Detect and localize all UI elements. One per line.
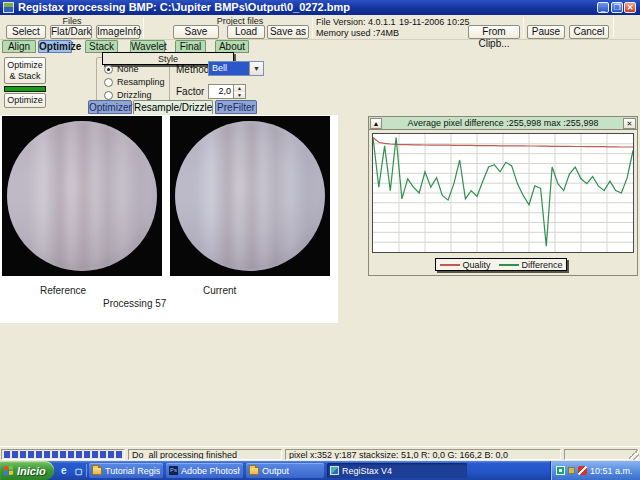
registax-icon — [330, 466, 339, 475]
tray-red-icon[interactable] — [578, 466, 587, 475]
tray-green-icon[interactable] — [556, 466, 565, 475]
start-button[interactable]: Inicio — [0, 461, 54, 480]
task-photoshop[interactable]: Ps Adobe Photoshop CS3 — [166, 463, 243, 478]
show-desktop-icon[interactable]: ▢ — [75, 467, 83, 476]
status-bar: Do_all processing finished pixel x:352 y… — [0, 446, 640, 461]
radio-resampling[interactable]: Resampling — [104, 77, 165, 87]
difference-chart-panel: ▲ Average pixel difference :255,998 max … — [368, 116, 638, 276]
difference-legend-line — [499, 264, 519, 266]
chart-title: Average pixel difference :255,998 max :2… — [369, 118, 637, 128]
windows-flag-icon — [4, 465, 14, 475]
difference-chart — [373, 134, 633, 252]
progress-bar — [1, 449, 125, 460]
radio-icon — [104, 78, 113, 87]
taskbar-clock[interactable]: 10:51 a.m. — [590, 466, 633, 476]
chart-plot-area — [372, 133, 634, 253]
chart-legend: Quality Difference — [435, 258, 567, 271]
method-combobox[interactable]: Bell ▼ — [208, 61, 264, 76]
title-bar[interactable]: Registax processing BMP: C:\Jupiter BMPs… — [0, 0, 640, 15]
quality-legend-line — [440, 264, 460, 266]
preview-panel: Reference Current Processing 57 — [0, 115, 338, 323]
spinner-arrows-icon[interactable]: ▲▼ — [233, 85, 245, 98]
folder-icon — [92, 467, 102, 475]
subtab-prefilter[interactable]: PreFilter — [215, 100, 257, 114]
cancel-button[interactable]: Cancel — [569, 25, 609, 39]
difference-legend-label: Difference — [522, 260, 563, 270]
file-version-text: File Version: 4.0.1.1 — [316, 17, 396, 27]
main-tab-bar: Align Optimize Stack Wavelet Final About — [0, 40, 640, 54]
factor-spinner[interactable]: 2,0 ▲▼ — [208, 84, 246, 99]
memory-used-text: Memory used :74MB — [316, 28, 399, 38]
subtab-resample-drizzle[interactable]: Resample/Drizzle — [133, 100, 213, 114]
workspace: Reference Current Processing 57 ▲ Averag… — [0, 115, 640, 446]
toolbar-separator — [312, 17, 313, 38]
task-tutorial-registax[interactable]: Tutorial Registax: 4 — [89, 463, 163, 478]
processing-status: Processing 57 — [103, 298, 166, 309]
taskbar-divider — [86, 464, 87, 477]
save-as-button[interactable]: Save as — [267, 25, 309, 39]
status-message: Do_all processing finished — [128, 449, 282, 460]
imageinfo-button[interactable]: ImageInfo — [96, 25, 140, 39]
optimize-stack-button[interactable]: Optimize & Stack — [4, 57, 46, 84]
system-tray: 10:51 a.m. — [550, 461, 640, 480]
tray-small-icon[interactable] — [568, 467, 575, 474]
quality-legend-label: Quality — [463, 260, 491, 270]
method-label: Method — [176, 64, 209, 75]
reference-image — [2, 116, 162, 276]
radio-icon — [104, 65, 113, 74]
chart-close-icon[interactable]: ✕ — [623, 118, 636, 129]
factor-value[interactable]: 2,0 — [209, 85, 233, 98]
optimize-progress-bar — [4, 86, 46, 92]
close-button[interactable]: ✕ — [624, 2, 636, 13]
toolbar-separator — [523, 17, 524, 38]
method-selected-value: Bell — [209, 62, 249, 75]
toolbar-separator — [143, 17, 144, 38]
select-button[interactable]: Select — [6, 25, 46, 39]
pixel-info: pixel x:352 y:187 stacksize: 51,0 R: 0,0… — [285, 449, 561, 460]
folder-icon — [249, 467, 259, 475]
window-title: Registax processing BMP: C:\Jupiter BMPs… — [18, 1, 350, 13]
current-label: Current — [203, 285, 236, 296]
tab-optimize[interactable]: Optimize — [38, 40, 72, 53]
registax-window: Registax processing BMP: C:\Jupiter BMPs… — [0, 0, 640, 480]
jupiter-current — [175, 121, 325, 271]
radio-none[interactable]: None — [104, 64, 139, 74]
toolbar-separator — [613, 17, 614, 38]
task-registax[interactable]: RegiStax V4 — [327, 463, 467, 478]
task-output[interactable]: Output — [246, 463, 324, 478]
current-image — [170, 116, 330, 276]
restore-button[interactable]: ❐ — [611, 2, 623, 13]
internet-explorer-icon[interactable]: e — [61, 465, 67, 476]
file-date-text: 19-11-2006 10:25 — [399, 17, 469, 27]
photoshop-icon: Ps — [169, 466, 178, 475]
reference-label: Reference — [40, 285, 86, 296]
save-button[interactable]: Save — [173, 25, 219, 39]
pause-button[interactable]: Pause — [527, 25, 565, 39]
radio-icon — [104, 91, 113, 100]
status-empty-cell — [564, 449, 638, 460]
style-groupbox: Style None Resampling Drizzling — [96, 57, 170, 105]
app-icon — [3, 2, 14, 13]
combo-dropdown-icon[interactable]: ▼ — [249, 62, 263, 75]
chart-header: ▲ Average pixel difference :255,998 max … — [369, 117, 637, 130]
subtab-optimizer[interactable]: Optimizer — [88, 100, 132, 114]
optimize-button[interactable]: Optimize — [4, 93, 46, 108]
load-button[interactable]: Load — [227, 25, 265, 39]
taskbar: Inicio e ▢ Tutorial Registax: 4 Ps Adobe… — [0, 461, 640, 480]
radio-drizzling[interactable]: Drizzling — [104, 90, 152, 100]
tab-align[interactable]: Align — [2, 40, 36, 53]
factor-label: Factor — [176, 86, 204, 97]
toolbar: Files Project files Select Flat/Dark ▼ I… — [0, 15, 640, 40]
flatdark-button[interactable]: Flat/Dark ▼ — [50, 25, 92, 39]
from-clipboard-button[interactable]: From Clipb... — [468, 25, 520, 39]
jupiter-reference — [7, 121, 157, 271]
optimize-controls: Optimize & Stack Optimize Style None Res… — [0, 54, 640, 115]
resize-grip[interactable] — [629, 450, 639, 460]
minimize-button[interactable]: _ — [597, 2, 609, 13]
